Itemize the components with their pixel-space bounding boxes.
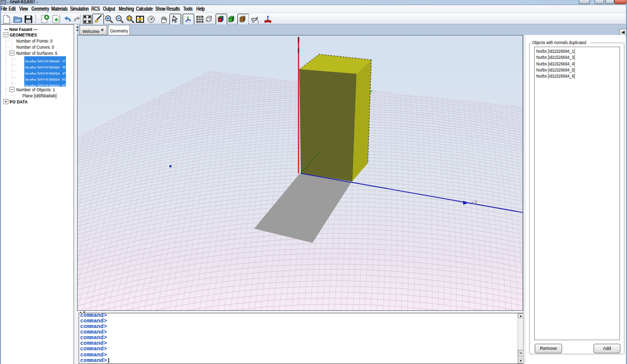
svg-text:+X: +X	[471, 200, 478, 205]
